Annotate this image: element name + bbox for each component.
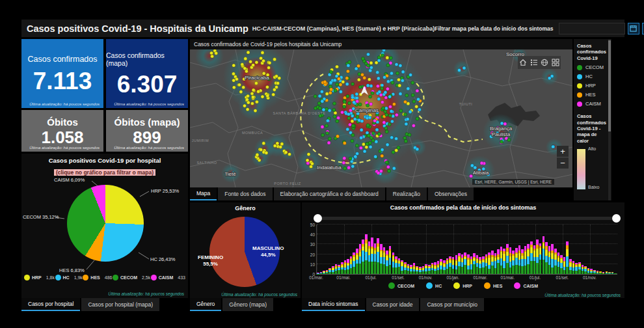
case-dot[interactable] [273, 88, 276, 91]
case-dot[interactable] [355, 96, 358, 100]
case-dot[interactable] [261, 51, 264, 54]
hospital-tab-1[interactable]: Casos por hospital (mapa) [81, 298, 159, 311]
zoom-in-button[interactable]: + [557, 146, 569, 157]
case-dot[interactable] [552, 145, 555, 148]
case-dot[interactable] [385, 161, 388, 164]
case-dot[interactable] [335, 65, 338, 68]
time-tab-0[interactable]: Data início sintomas [302, 298, 365, 311]
case-dot[interactable] [325, 124, 328, 128]
case-dot[interactable] [463, 66, 466, 70]
case-dot[interactable] [252, 63, 255, 66]
case-dot[interactable] [288, 152, 291, 156]
case-dot[interactable] [284, 150, 288, 154]
case-dot[interactable] [382, 121, 386, 124]
time-tab-2[interactable]: Casos por município [420, 298, 483, 311]
case-dot[interactable] [411, 94, 414, 97]
case-dot[interactable] [368, 116, 371, 119]
case-dot[interactable] [390, 109, 393, 113]
case-dot[interactable] [339, 83, 342, 87]
case-dot[interactable] [250, 102, 254, 105]
case-dot[interactable] [254, 81, 258, 85]
case-dot[interactable] [388, 114, 392, 117]
case-dot[interactable] [369, 136, 373, 139]
ts-legend-item-hc[interactable]: HC [426, 282, 442, 289]
legend-scrollbar[interactable] [608, 39, 611, 200]
case-dot[interactable] [388, 95, 392, 98]
ts-legend-item-cecom[interactable]: CECOM [388, 282, 414, 289]
case-dot[interactable] [395, 137, 398, 140]
case-dot[interactable] [232, 72, 235, 75]
case-dot[interactable] [385, 130, 388, 133]
case-dot[interactable] [369, 102, 373, 105]
case-dot[interactable] [386, 143, 389, 146]
case-dot[interactable] [353, 117, 356, 120]
case-dot[interactable] [381, 100, 384, 103]
pie-legend-item-cecom[interactable]: CECOM2,5k [113, 275, 150, 280]
case-dot[interactable] [416, 148, 419, 151]
case-dot[interactable] [354, 155, 357, 158]
legend-icon[interactable] [530, 59, 538, 66]
map-tab-1[interactable]: Fonte dos dados [218, 187, 272, 200]
case-dot[interactable] [348, 123, 351, 126]
case-dot[interactable] [368, 77, 371, 81]
slider-track[interactable] [315, 217, 619, 220]
basemap-icon[interactable] [541, 59, 548, 66]
ts-legend-item-caism[interactable]: CAISM [514, 282, 538, 289]
case-dot[interactable] [395, 113, 398, 116]
case-dot[interactable] [369, 61, 373, 64]
map-tab-3[interactable]: Realização [386, 187, 427, 200]
case-dot[interactable] [362, 143, 365, 146]
case-dot[interactable] [474, 166, 477, 169]
ts-legend-item-hrp[interactable]: HRP [453, 282, 472, 289]
case-dot[interactable] [355, 92, 358, 96]
case-dot[interactable] [384, 96, 388, 99]
case-dot[interactable] [361, 57, 364, 61]
case-dot[interactable] [548, 77, 551, 80]
case-dot[interactable] [348, 102, 351, 105]
case-dot[interactable] [351, 82, 355, 85]
case-dot[interactable] [260, 148, 263, 152]
case-dot[interactable] [343, 105, 346, 108]
case-dot[interactable] [257, 90, 260, 93]
case-dot[interactable] [215, 51, 218, 55]
case-dot[interactable] [321, 100, 324, 103]
case-dot[interactable] [399, 64, 402, 67]
case-dot[interactable] [353, 101, 356, 104]
case-dot[interactable] [396, 72, 399, 75]
case-dot[interactable] [256, 153, 259, 156]
case-dot[interactable] [343, 167, 347, 170]
case-dot[interactable] [404, 139, 407, 143]
case-dot[interactable] [405, 122, 408, 126]
case-dot[interactable] [371, 131, 375, 135]
case-dot[interactable] [360, 73, 364, 76]
map[interactable]: PiracicabaCampinasIndaiatubaTietêBraganç… [190, 49, 572, 187]
case-dot[interactable] [363, 150, 366, 153]
case-dot[interactable] [356, 100, 359, 103]
case-dot[interactable] [268, 61, 271, 64]
case-dot[interactable] [376, 85, 379, 88]
case-dot[interactable] [328, 109, 331, 112]
case-dot[interactable] [373, 119, 377, 122]
case-dot[interactable] [391, 81, 394, 84]
case-dot[interactable] [415, 105, 418, 108]
pie-legend-item-hc[interactable]: HC1,9k [55, 275, 83, 280]
case-dot[interactable] [416, 89, 419, 92]
case-dot[interactable] [321, 133, 325, 137]
case-dot[interactable] [386, 56, 389, 59]
case-dot[interactable] [329, 81, 332, 84]
case-dot[interactable] [329, 70, 332, 74]
case-dot[interactable] [347, 116, 351, 120]
case-dot[interactable] [320, 90, 323, 93]
case-dot[interactable] [245, 70, 248, 73]
case-dot[interactable] [392, 150, 395, 154]
case-dot[interactable] [343, 141, 346, 144]
case-dot[interactable] [314, 94, 317, 98]
case-dot[interactable] [347, 64, 350, 67]
case-dot[interactable] [328, 137, 331, 141]
case-dot[interactable] [336, 83, 339, 86]
case-dot[interactable] [232, 86, 235, 89]
case-dot[interactable] [260, 57, 263, 60]
case-dot[interactable] [408, 133, 411, 137]
case-dot[interactable] [329, 91, 332, 94]
case-dot[interactable] [371, 91, 374, 94]
